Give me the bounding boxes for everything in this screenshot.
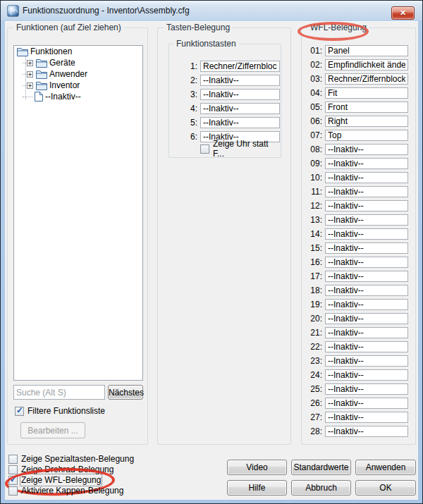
wfl-input[interactable] [325, 45, 408, 56]
wfl-input[interactable] [325, 383, 408, 395]
defaults-button[interactable]: Standardwerte [291, 460, 351, 475]
wfl-input[interactable] [325, 102, 408, 113]
wfl-input[interactable] [325, 285, 408, 296]
wfl-input[interactable] [325, 158, 408, 169]
wfl-input[interactable] [325, 313, 408, 324]
clock-checkbox[interactable]: ✓ Zeige Uhr statt F... [200, 144, 281, 154]
wfl-number: 28: [302, 426, 322, 436]
wfl-row: 11: [302, 186, 415, 197]
wfl-row: 23: [302, 355, 415, 367]
app-icon [7, 5, 19, 17]
tree-connector [23, 74, 26, 75]
wfl-input[interactable] [325, 341, 408, 352]
function-key-input[interactable] [200, 75, 280, 86]
wfl-input[interactable] [325, 73, 408, 85]
checkbox-box[interactable]: ✓ [8, 455, 18, 464]
bottom-checkbox-row[interactable]: ✓ Zeige WFL-Belegung [8, 475, 134, 485]
expand-plus-icon[interactable]: + [27, 82, 33, 89]
dialog-buttons: Video Standardwerte Anwenden Hilfe Abbru… [227, 460, 416, 496]
bottom-checkbox-row[interactable]: ✓ Aktiviere Kappen-Belegung [8, 486, 134, 496]
wfl-input[interactable] [325, 144, 408, 155]
tree-item-anwender[interactable]: + Anwender [14, 68, 142, 80]
wfl-input[interactable] [325, 257, 408, 268]
filter-checkbox[interactable]: ✓ Filtere Funktionsliste [15, 406, 105, 416]
search-input[interactable] [13, 385, 105, 400]
wfl-input[interactable] [325, 327, 408, 338]
wfl-row: 01: [302, 45, 415, 56]
wfl-number: 06: [302, 116, 322, 126]
help-button[interactable]: Hilfe [227, 480, 287, 496]
expand-plus-icon[interactable]: + [27, 71, 33, 78]
bottom-checkbox-row[interactable]: ✓ Zeige Drehrad-Belegung [8, 465, 134, 474]
wfl-number: 08: [302, 145, 322, 154]
checkbox-box[interactable]: ✓ [8, 465, 18, 474]
apply-button[interactable]: Anwenden [355, 460, 416, 475]
wfl-input[interactable] [325, 271, 408, 282]
wfl-input[interactable] [325, 299, 408, 310]
tree-item-funktionen[interactable]: Funktionen [14, 46, 142, 57]
document-icon [35, 92, 43, 102]
tree-item-inaktiv[interactable]: --Inaktiv-- [14, 91, 142, 102]
group-tasten-caption: Tasten-Belegung [164, 23, 233, 32]
function-tree[interactable]: Funktionen + Geräte + [13, 45, 143, 381]
wfl-input[interactable] [325, 172, 408, 183]
expand-plus-icon[interactable]: + [27, 60, 33, 66]
function-key-row: 3: [169, 89, 281, 100]
wfl-row: 14: [302, 228, 415, 240]
wfl-input[interactable] [325, 200, 408, 211]
wfl-input[interactable] [325, 59, 408, 70]
wfl-input[interactable] [325, 87, 408, 99]
checkbox-box[interactable]: ✓ [15, 407, 24, 416]
close-icon: ✕ [400, 8, 406, 17]
wfl-input[interactable] [325, 398, 408, 409]
cancel-button[interactable]: Abbruch [291, 480, 351, 496]
bottom-checkbox-row[interactable]: ✓ Zeige Spezialtasten-Belegung [8, 454, 134, 464]
tree-item-label: Inventor [49, 80, 80, 90]
wfl-input[interactable] [325, 426, 408, 437]
wfl-input[interactable] [325, 369, 408, 381]
wfl-input[interactable] [325, 116, 408, 127]
video-button[interactable]: Video [227, 460, 287, 475]
function-key-input[interactable] [200, 103, 280, 114]
edit-button[interactable]: Bearbeiten ... [20, 422, 85, 438]
wfl-row: 13: [302, 214, 415, 226]
wfl-row: 18: [302, 285, 415, 296]
group-funktionstasten: Funktionstasten 1: 2: [168, 44, 281, 158]
ok-button[interactable]: OK [355, 480, 416, 496]
wfl-number: 15: [302, 243, 322, 253]
function-key-input[interactable] [200, 117, 280, 128]
bottom-checkbox-label: Zeige WFL-Belegung [21, 475, 101, 485]
function-key-input[interactable] [200, 61, 280, 72]
tree-item-geraete[interactable]: + Geräte [14, 57, 142, 68]
wfl-row: 04: [302, 87, 415, 99]
title-bar[interactable]: Funktionszuordnung - Inventor\Assembly.c… [1, 1, 422, 21]
tree-item-label: --Inaktiv-- [45, 92, 81, 102]
bottom-checkbox-label: Zeige Drehrad-Belegung [21, 465, 114, 474]
tree-item-inventor[interactable]: + Inventor [14, 80, 142, 91]
function-key-input[interactable] [200, 89, 280, 100]
wfl-input[interactable] [325, 228, 408, 240]
next-button[interactable]: Nächstes [108, 385, 143, 400]
wfl-number: 13: [302, 215, 322, 225]
wfl-number: 16: [302, 257, 322, 267]
group-tasten-belegung: Tasten-Belegung Funktionstasten 1: 2: [157, 27, 291, 445]
wfl-number: 03: [302, 74, 322, 84]
wfl-input[interactable] [325, 214, 408, 226]
wfl-number: 26: [302, 398, 322, 408]
tree-connector [23, 63, 26, 63]
wfl-row: 17: [302, 271, 415, 282]
checkbox-box[interactable]: ✓ [8, 486, 18, 496]
wfl-row: 24: [302, 369, 415, 381]
tree-item-label: Funktionen [30, 47, 72, 56]
checkbox-box[interactable]: ✓ [8, 476, 18, 485]
wfl-input[interactable] [325, 130, 408, 141]
close-button[interactable]: ✕ [391, 6, 415, 20]
wfl-input[interactable] [325, 355, 408, 367]
group-funktionstasten-caption: Funktionstasten [173, 39, 239, 49]
wfl-input[interactable] [325, 186, 408, 197]
wfl-row: 09: [302, 158, 415, 169]
wfl-input[interactable] [325, 242, 408, 254]
wfl-input[interactable] [325, 412, 408, 423]
wfl-number: 04: [302, 88, 322, 98]
checkbox-box[interactable]: ✓ [200, 145, 209, 154]
